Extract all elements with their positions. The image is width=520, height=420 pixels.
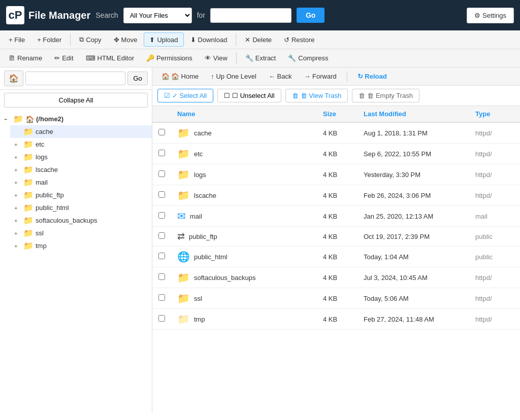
html-editor-icon: ⌨ <box>86 54 95 62</box>
row-checkbox-cell[interactable] <box>152 164 171 185</box>
tree-lscache-toggle: + <box>14 167 21 173</box>
compress-button[interactable]: 🔧 Compress <box>282 51 334 65</box>
sidebar-home-button[interactable]: 🏠 <box>4 71 23 86</box>
row-checkbox-cell[interactable] <box>152 288 171 309</box>
row-name-cell: ✉ mail <box>171 206 317 227</box>
sidebar: 🏠 Go Collapse All − 📁 🏠 (/home2) 📁 cache <box>0 67 152 412</box>
row-checkbox[interactable] <box>158 212 165 219</box>
edit-button[interactable]: ✏ Edit <box>49 51 79 65</box>
row-checkbox[interactable] <box>158 315 165 322</box>
nav-back-button[interactable]: ← Back <box>265 71 296 82</box>
nav-up-button[interactable]: ↑ Up One Level <box>207 71 261 82</box>
row-checkbox[interactable] <box>158 170 165 177</box>
extract-button[interactable]: 🔧 Extract <box>240 51 281 65</box>
tree-ftp-folder-icon: 📁 <box>23 190 34 200</box>
empty-trash-button[interactable]: 🗑 🗑 Empty Trash <box>352 89 419 102</box>
col-size[interactable]: Size <box>317 106 358 122</box>
search-go-button[interactable]: Go <box>297 8 324 23</box>
row-modified: Feb 26, 2024, 3:06 PM <box>358 185 469 206</box>
table-row: 📁 etc 4 KB Sep 6, 2022, 10:55 PM httpd/ <box>152 144 520 164</box>
row-checkbox-cell[interactable] <box>152 185 171 206</box>
collapse-all-button[interactable]: Collapse All <box>4 93 148 108</box>
tree-mail-toggle: + <box>14 180 21 186</box>
view-trash-button[interactable]: 🗑 🗑 View Trash <box>285 89 348 102</box>
unselect-all-button[interactable]: ☐ ☐ Unselect All <box>217 89 281 102</box>
row-checkbox[interactable] <box>158 294 165 301</box>
tree-item-public_html[interactable]: + 📁 public_html <box>10 201 152 214</box>
row-checkbox-cell[interactable] <box>152 144 171 164</box>
rename-button[interactable]: 🖹 Rename <box>3 51 48 65</box>
row-checkbox-cell[interactable] <box>152 267 171 288</box>
nav-reload-button[interactable]: ↻ Reload <box>353 71 391 82</box>
settings-button[interactable]: ⚙ Settings <box>467 8 514 23</box>
sidebar-path-input[interactable] <box>25 72 125 85</box>
toolbar-divider-3 <box>236 52 237 64</box>
row-name[interactable]: logs <box>194 171 206 179</box>
tree-item-etc[interactable]: + 📁 etc <box>10 138 152 151</box>
sidebar-go-button[interactable]: Go <box>127 72 148 85</box>
tree-item-lscache[interactable]: + 📁 lscache <box>10 163 152 176</box>
row-checkbox[interactable] <box>158 129 165 135</box>
permissions-button[interactable]: 🔑 Permissions <box>141 51 198 65</box>
restore-button[interactable]: ↺ Restore <box>278 32 320 47</box>
new-file-button[interactable]: + File <box>3 32 30 47</box>
tree-item-ssl[interactable]: + 📁 ssl <box>10 227 152 239</box>
select-all-button[interactable]: ☑ ✓ Select All <box>157 89 213 102</box>
tree-item-mail[interactable]: + 📁 mail <box>10 176 152 189</box>
row-name[interactable]: lscache <box>194 192 216 199</box>
upload-button[interactable]: ⬆ Upload <box>144 32 183 47</box>
tree-etc-folder-icon: 📁 <box>23 139 34 149</box>
tree-item-logs[interactable]: + 📁 logs <box>10 151 152 163</box>
tree-item-cache[interactable]: 📁 cache <box>10 125 152 138</box>
row-checkbox-cell[interactable] <box>152 122 171 144</box>
search-scope-select[interactable]: All Your Files File Names Only <box>123 8 192 23</box>
view-trash-icon: 🗑 <box>292 92 299 99</box>
row-name[interactable]: etc <box>194 150 203 158</box>
nav-forward-button[interactable]: → Forward <box>300 71 340 82</box>
tree-etc-toggle: + <box>14 142 21 148</box>
new-folder-button[interactable]: + Folder <box>31 32 67 47</box>
tree-item-softaculous_backups[interactable]: + 📁 softaculous_backups <box>10 214 152 227</box>
row-checkbox[interactable] <box>158 253 165 259</box>
tree-root-item[interactable]: − 📁 🏠 (/home2) <box>0 113 152 125</box>
nav-divider <box>347 72 347 82</box>
row-name[interactable]: ssl <box>194 295 202 302</box>
tree-item-tmp[interactable]: + 📁 tmp <box>10 239 152 252</box>
row-checkbox-cell[interactable] <box>152 309 171 330</box>
row-name[interactable]: tmp <box>194 316 205 323</box>
edit-icon: ✏ <box>54 54 60 62</box>
row-name[interactable]: softaculous_backups <box>194 274 255 282</box>
view-button[interactable]: 👁 View <box>199 51 233 65</box>
row-checkbox-cell[interactable] <box>152 206 171 227</box>
row-name[interactable]: public_html <box>194 253 228 261</box>
row-size: 4 KB <box>317 206 358 227</box>
toolbar-divider-2 <box>236 33 236 46</box>
tree-root-toggle: − <box>4 116 11 122</box>
row-checkbox[interactable] <box>158 191 165 198</box>
row-name[interactable]: public_ftp <box>189 233 217 240</box>
row-checkbox[interactable] <box>158 150 165 156</box>
row-file-icon: 📁 <box>177 148 190 160</box>
row-checkbox[interactable] <box>158 232 165 239</box>
row-name-cell: 🌐 public_html <box>171 247 317 267</box>
tree-softaculous-label: softaculous_backups <box>36 217 97 224</box>
permissions-icon: 🔑 <box>146 54 154 62</box>
html-editor-button[interactable]: ⌨ HTML Editor <box>80 51 140 65</box>
tree-etc-label: etc <box>36 141 44 148</box>
copy-button[interactable]: ⧉ Copy <box>74 32 107 47</box>
move-button[interactable]: ✥ Move <box>108 32 143 47</box>
col-modified[interactable]: Last Modified <box>358 106 469 122</box>
tree-item-public_ftp[interactable]: + 📁 public_ftp <box>10 189 152 201</box>
delete-button[interactable]: ✕ Delete <box>239 32 277 47</box>
row-checkbox-cell[interactable] <box>152 227 171 247</box>
col-type[interactable]: Type <box>469 106 520 122</box>
row-checkbox[interactable] <box>158 273 165 280</box>
row-name[interactable]: mail <box>190 213 202 220</box>
download-button[interactable]: ⬇ Download <box>185 32 233 47</box>
row-checkbox-cell[interactable] <box>152 247 171 267</box>
empty-trash-icon: 🗑 <box>359 92 365 99</box>
row-name[interactable]: cache <box>194 129 212 137</box>
nav-home-button[interactable]: 🏠 🏠 Home <box>157 71 203 82</box>
col-name[interactable]: Name <box>171 106 317 122</box>
search-input[interactable] <box>210 8 291 23</box>
